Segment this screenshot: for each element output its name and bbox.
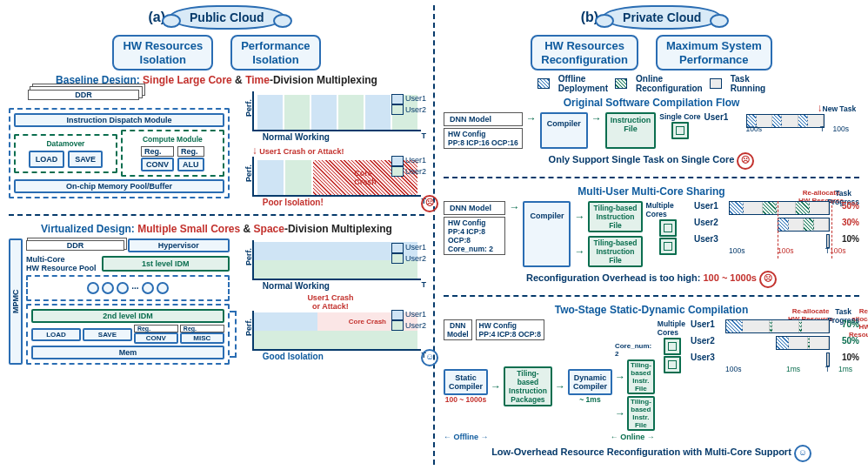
ddr-stack: DDR [28,90,139,100]
virtualized-title: Virtualized Design: Multiple Small Cores… [9,223,424,235]
sad-icon: ☹ [421,195,438,212]
dynamic-compiler: Dynamic Compiler [568,369,612,395]
cloud-private: Private Cloud [602,5,722,30]
idm-box: Instruction Dispatch Module [14,113,224,127]
mpmc-box: MPMC [9,238,23,365]
hypervisor-box: Hypervisor [128,238,230,252]
core-icon [671,122,689,139]
legend-user1: User1 [391,93,426,104]
timeline-legend: Offline Deployment Online Reconfiguratio… [444,74,859,93]
ddr-v: DDR [26,240,124,251]
datamover-label: Datamover [19,139,112,148]
pill-perf-isolation: Performance Isolation [230,35,320,70]
reg-box-2: Reg. [177,146,204,157]
dnn-box: DNN Model [444,112,523,126]
panel-public-cloud: (a) Public Cloud HW Resources Isolation … [9,5,424,465]
pill-max-perf: Maximum System Performance [656,35,772,70]
pool-label: Multi-Core HW Resource Pool [26,255,97,272]
baseline-title: Baseline Design: Single Large Core & Tim… [9,74,424,86]
crash-note-v: User1 Crash or Attack! [237,293,424,311]
compiler-box: Compiler [540,112,588,149]
happy-icon: ☺ [421,349,438,366]
small-core-panel: 2nd level IDM LOAD SAVE Reg.CONV Reg.MIS… [26,304,230,365]
reg-box: Reg. [141,146,174,157]
pkg-box: Tiling-based Instruction Packages [504,366,552,406]
static-compiler: Static Compiler [444,369,488,395]
load-box: LOAD [29,151,65,168]
hw-pool-panel: ··· [26,275,230,301]
instr-box: Instruction File [605,112,657,149]
vertical-divider [433,5,435,465]
onchip-mem-box: On-chip Memory Pool/Buffer [14,179,224,193]
panel-private-cloud: (b) Private Cloud HW Resources Reconfigu… [444,5,859,465]
idm2-box: 2nd level IDM [31,309,224,323]
figure: (a) Public Cloud HW Resources Isolation … [0,0,868,470]
sad-icon-2: ☹ [737,152,754,170]
legend-user2: User2 [391,104,426,116]
pill-hw-reconfig: HW Resources Reconfiguration [531,35,638,70]
idm1-box: 1st level IDM [102,256,230,272]
sad-icon-3: ☹ [759,271,777,288]
compute-label: Compute Module [126,135,219,144]
alu-box: ALU [177,158,204,171]
conv-box: CONV [141,158,174,171]
baseline-core-panel: Instruction Dispatch Module Datamover LO… [9,108,230,198]
sec2-banner: Multi-User Multi-Core Sharing [444,185,859,198]
pill-hw-isolation: HW Resources Isolation [112,35,213,70]
sec1-banner: Original Software Compilation Flow [444,97,859,109]
hwc-box: HW Config PP:8 ICP:16 OCP:16 [444,128,523,149]
save-box: SAVE [68,151,103,168]
cloud-public: Public Cloud [169,5,285,30]
happy-icon-2: ☺ [794,445,811,462]
